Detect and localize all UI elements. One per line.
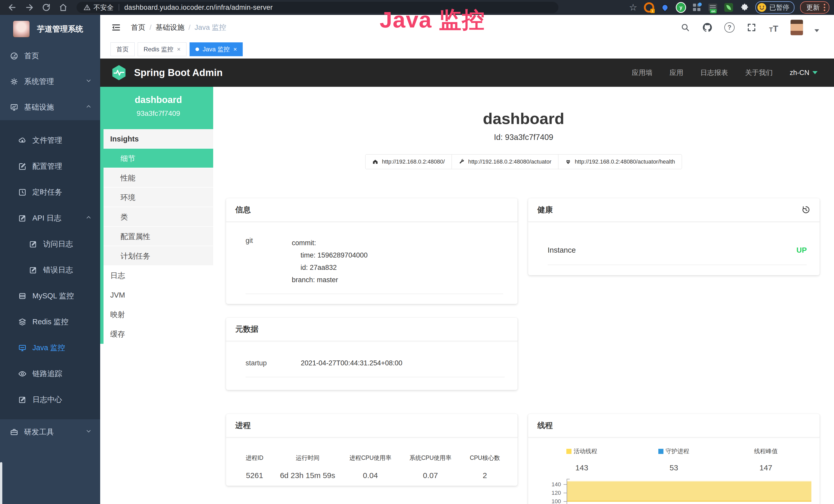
annotation-java-monitor: Java 监控 xyxy=(380,5,485,35)
ext-tampermonkey-icon[interactable]: 1 xyxy=(644,2,654,13)
sba-menu-details[interactable]: 细节 xyxy=(104,148,213,168)
sidebar-item-job[interactable]: 定时任务 xyxy=(0,179,100,205)
help-icon[interactable]: ? xyxy=(724,22,735,33)
github-icon[interactable] xyxy=(702,22,713,33)
sba-nav-about[interactable]: 关于我们 xyxy=(745,68,773,77)
eye-icon xyxy=(18,369,27,378)
pencil-square-icon xyxy=(18,395,27,404)
tab-home[interactable]: 首页 xyxy=(110,42,135,56)
collapse-sidebar-icon[interactable] xyxy=(111,22,121,32)
security-warning[interactable]: 不安全 xyxy=(84,3,113,12)
address-bar[interactable]: 不安全 dashboard.yudao.iocoder.cn/infra/adm… xyxy=(76,2,558,13)
sidebar-item-mysql[interactable]: MySQL 监控 xyxy=(0,283,100,309)
update-chrome-button[interactable]: 更新 xyxy=(800,1,829,14)
fullscreen-icon[interactable] xyxy=(746,22,757,33)
process-col-cpu: 进程CPU使用率 xyxy=(338,454,402,462)
sidebar-item-devtools[interactable]: 研发工具 xyxy=(0,419,100,445)
sidebar-item-java-monitor[interactable]: Java 监控 xyxy=(0,335,100,361)
search-icon[interactable] xyxy=(680,22,691,33)
health-url-button[interactable]: http://192.168.0.2:48080/actuator/health xyxy=(558,154,682,169)
font-size-icon[interactable]: TT xyxy=(768,22,779,33)
tab-redis-monitor[interactable]: Redis 监控× xyxy=(138,42,186,56)
sidebar-item-trace[interactable]: 链路追踪 xyxy=(0,361,100,387)
ext-green-circle-icon[interactable]: y xyxy=(676,2,686,13)
sba-locale-select[interactable]: zh-CN xyxy=(790,69,817,77)
sba-menu-logs[interactable]: 日志 xyxy=(104,266,213,285)
app-sidebar: 芋道管理系统 首页 系统管理 基础设施 文件管理 配置管理 xyxy=(0,15,100,504)
chevron-down-icon xyxy=(85,428,92,436)
home-icon[interactable] xyxy=(59,3,68,12)
sba-menu-section-insights[interactable]: Insights xyxy=(104,129,213,148)
ext-pin-icon[interactable] xyxy=(660,2,670,13)
sba-menu-scheduled-tasks[interactable]: 计划任务 xyxy=(104,246,213,266)
forward-icon[interactable] xyxy=(25,3,34,12)
user-avatar[interactable] xyxy=(790,20,803,36)
sidebar-item-log-center[interactable]: 日志中心 xyxy=(0,387,100,413)
user-menu-caret-icon[interactable] xyxy=(814,29,819,32)
sidebar-item-access-log[interactable]: 访问日志 xyxy=(0,231,100,257)
back-icon[interactable] xyxy=(8,3,17,12)
close-icon[interactable]: × xyxy=(233,46,237,53)
sba-nav-journal[interactable]: 日志报表 xyxy=(700,68,728,77)
card-threads: 线程 活动线程 143 守护进程 53 线程峰值 147 140 120 100 xyxy=(528,414,820,504)
chevron-up-icon xyxy=(85,103,92,112)
legend-peak-label: 线程峰值 xyxy=(754,447,778,455)
reload-icon[interactable] xyxy=(42,3,51,12)
tab-java-monitor[interactable]: Java 监控× xyxy=(190,42,243,56)
legend-peak-value: 147 xyxy=(720,463,812,472)
chart-area-live-threads xyxy=(567,481,811,502)
sba-menu-metrics[interactable]: 性能 xyxy=(104,168,213,188)
history-icon[interactable] xyxy=(801,205,810,214)
ext-switch-on-icon[interactable]: on xyxy=(708,2,718,13)
sidebar-scrollbar[interactable] xyxy=(0,462,2,504)
extensions-puzzle-icon[interactable] xyxy=(740,2,750,13)
sba-nav-applications[interactable]: 应用 xyxy=(670,68,683,77)
breadcrumb-infra[interactable]: 基础设施 xyxy=(156,23,184,32)
app-logo-avatar xyxy=(13,21,30,38)
sidebar-item-home[interactable]: 首页 xyxy=(0,43,100,69)
close-icon[interactable]: × xyxy=(177,46,180,53)
ext-grid-icon[interactable] xyxy=(692,2,702,13)
browser-menu-icon[interactable] xyxy=(824,4,825,11)
sidebar-item-file[interactable]: 文件管理 xyxy=(0,127,100,153)
bookmark-star-icon[interactable]: ☆ xyxy=(628,2,638,13)
sba-menu-caches[interactable]: 缓存 xyxy=(104,324,213,344)
legend-swatch-live xyxy=(566,449,571,454)
sidebar-item-config[interactable]: 配置管理 xyxy=(0,153,100,179)
sba-menu-mappings[interactable]: 映射 xyxy=(104,305,213,324)
breadcrumb-home[interactable]: 首页 xyxy=(131,23,146,32)
sidebar-item-redis[interactable]: Redis 监控 xyxy=(0,309,100,335)
legend-daemon-value: 53 xyxy=(628,463,720,472)
app-title: 芋道管理系统 xyxy=(37,24,83,35)
sba-brand[interactable]: Spring Boot Admin xyxy=(134,67,223,78)
sba-menu-jvm[interactable]: JVM xyxy=(104,285,213,305)
card-process-header: 进程 xyxy=(226,414,518,437)
sba-logo-icon[interactable] xyxy=(110,64,127,81)
sba-sidebar-accent xyxy=(100,87,104,344)
process-pid: 5261 xyxy=(232,471,277,480)
instance-title: dashboard xyxy=(213,109,834,128)
ext-leaf-icon[interactable] xyxy=(724,2,734,13)
url-text: dashboard.yudao.iocoder.cn/infra/admin-s… xyxy=(124,4,273,12)
edit-square-icon xyxy=(18,162,27,171)
screen: 不安全 dashboard.yudao.iocoder.cn/infra/adm… xyxy=(0,0,834,504)
pencil-square-icon xyxy=(18,214,27,223)
process-col-cores: CPU核心数 xyxy=(458,454,511,462)
sba-nav-wallboard[interactable]: 应用墙 xyxy=(632,68,652,77)
service-url-button[interactable]: http://192.168.0.2:48080/ xyxy=(365,154,452,169)
sidebar-item-api-log[interactable]: API 日志 xyxy=(0,205,100,231)
health-instance-row[interactable]: Instance UP xyxy=(548,246,807,265)
sba-instance-header[interactable]: dashboard 93a3fc7f7409 xyxy=(104,87,213,129)
profile-paused-badge[interactable]: 已暂停 xyxy=(755,1,794,14)
sidebar-item-error-log[interactable]: 错误日志 xyxy=(0,257,100,283)
sba-menu-config-props[interactable]: 配置属性 xyxy=(104,227,213,246)
card-threads-header: 线程 xyxy=(528,414,820,437)
app-logo-row[interactable]: 芋道管理系统 xyxy=(0,15,100,43)
sba-sidebar: dashboard 93a3fc7f7409 Insights 细节 性能 环境… xyxy=(100,87,213,504)
sidebar-item-infra[interactable]: 基础设施 xyxy=(0,94,100,120)
sidebar-item-system[interactable]: 系统管理 xyxy=(0,69,100,94)
actuator-url-button[interactable]: http://192.168.0.2:48080/actuator xyxy=(452,154,558,169)
sba-menu-environment[interactable]: 环境 xyxy=(104,188,213,207)
sba-menu-classes[interactable]: 类 xyxy=(104,207,213,227)
info-key: git xyxy=(245,237,292,286)
